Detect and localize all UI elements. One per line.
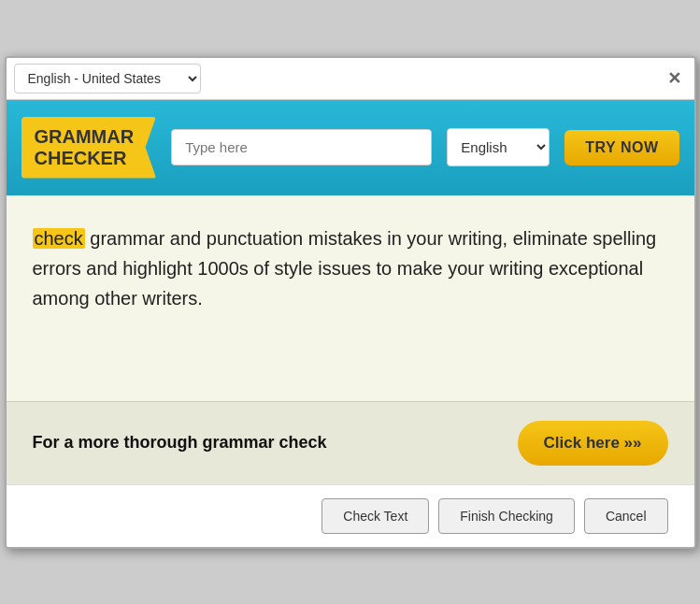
text-input[interactable]: [171, 129, 432, 165]
footer-buttons-area: Check Text Finish Checking Cancel: [7, 484, 694, 547]
promo-bar: For a more thorough grammar check Click …: [7, 401, 694, 484]
body-text-rest: grammar and punctuation mistakes in your…: [33, 228, 657, 309]
cancel-button[interactable]: Cancel: [584, 498, 668, 534]
banner-area: GRAMMAR CHECKER English TRY NOW: [7, 100, 694, 195]
highlighted-word: check: [33, 228, 85, 249]
close-button[interactable]: ✕: [662, 66, 687, 91]
finish-checking-button[interactable]: Finish Checking: [438, 498, 575, 534]
grammar-checker-logo: GRAMMAR CHECKER: [21, 117, 157, 179]
try-now-button[interactable]: TRY NOW: [564, 130, 679, 165]
top-bar: English - United States ✕: [7, 58, 694, 100]
grammar-checker-dialog: English - United States ✕ GRAMMAR CHECKE…: [5, 56, 696, 549]
body-text: check grammar and punctuation mistakes i…: [33, 223, 668, 313]
main-content-area: check grammar and punctuation mistakes i…: [7, 195, 694, 401]
language-dropdown[interactable]: English - United States: [14, 64, 201, 93]
language-select-banner[interactable]: English: [447, 128, 550, 166]
check-text-button[interactable]: Check Text: [321, 498, 429, 534]
promo-text: For a more thorough grammar check: [33, 433, 499, 453]
click-here-button[interactable]: Click here »»: [518, 421, 668, 466]
